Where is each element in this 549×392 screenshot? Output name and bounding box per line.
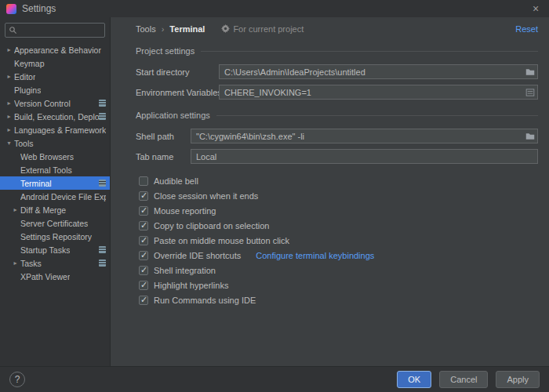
sidebar-item-languages-frameworks[interactable]: ▸Languages & Frameworks [0,123,110,136]
chevron-right-icon[interactable]: ▸ [11,206,20,213]
sidebar-item-label: External Tools [20,165,72,175]
field-environment-variables: Environment Variables [136,85,538,100]
intellij-logo-icon [6,4,16,14]
folder-icon[interactable] [525,67,535,77]
checkbox-row-shell-integration[interactable]: Shell integration [139,263,538,278]
sidebar-item-external-tools[interactable]: External Tools [0,163,110,176]
chevron-right-icon[interactable]: ▸ [5,100,13,107]
project-scope-icon [99,100,106,107]
gear-icon [221,24,230,33]
checkbox-label: Copy to clipboard on selection [154,221,269,230]
sidebar-item-appearance-behavior[interactable]: ▸Appearance & Behavior [0,43,110,56]
checkbox-label: Audible bell [154,176,198,186]
checkbox-row-audible-bell[interactable]: Audible bell [139,173,538,188]
sidebar-item-label: Keymap [14,59,45,68]
settings-dialog: Settings × ▸Appearance & Behavior Keymap… [0,0,549,392]
reset-link[interactable]: Reset [515,24,538,34]
sidebar-item-version-control[interactable]: ▸Version Control [0,96,110,110]
help-button[interactable]: ? [9,372,25,387]
checkbox-row-close-session[interactable]: Close session when it ends [139,188,538,203]
checkbox-row-mouse-reporting[interactable]: Mouse reporting [139,203,538,218]
settings-search-box[interactable] [5,23,105,38]
apply-button[interactable]: Apply [496,371,540,388]
sidebar-item-label: Server Certificates [20,219,88,228]
configure-terminal-keybindings-link[interactable]: Configure terminal keybindings [256,251,374,260]
sidebar-item-startup-tasks[interactable]: Startup Tasks [0,243,110,256]
folder-icon[interactable] [525,131,535,141]
ok-button[interactable]: OK [397,371,431,388]
chevron-down-icon[interactable]: ▾ [5,140,13,147]
field-label: Environment Variables [136,88,219,97]
checkbox-label: Shell integration [154,266,216,275]
sidebar-item-label: Tools [14,139,34,148]
sidebar-item-plugins[interactable]: Plugins [0,83,110,96]
sidebar-item-web-browsers[interactable]: Web Browsers [0,150,110,163]
run-commands-using-ide-checkbox[interactable] [139,296,148,305]
chevron-right-icon[interactable]: ▸ [5,126,13,133]
section-title: Project settings [136,46,195,56]
checkbox-row-highlight-hyperlinks[interactable]: Highlight hyperlinks [139,278,538,292]
titlebar: Settings × [0,0,549,17]
sidebar-item-label: Tasks [20,259,42,268]
sidebar-item-label: Settings Repository [20,232,92,241]
window-title: Settings [22,3,56,14]
checkbox-row-run-commands-using-ide[interactable]: Run Commands using IDE [139,292,538,307]
chevron-right-icon[interactable]: ▸ [5,73,13,80]
section-title: Application settings [136,111,210,120]
checkbox-label: Paste on middle mouse button click [154,236,289,245]
sidebar-item-server-certificates[interactable]: Server Certificates [0,216,110,230]
sidebar-item-build-execution-deployment[interactable]: ▸Build, Execution, Deployment [0,110,110,123]
project-scope-icon [99,246,106,253]
search-icon [9,26,17,34]
environment-variables-input[interactable] [219,85,538,100]
highlight-hyperlinks-checkbox[interactable] [139,281,148,290]
checkbox-row-override-ide-shortcuts[interactable]: Override IDE shortcuts Configure termina… [139,248,538,263]
chevron-right-icon[interactable]: ▸ [11,260,20,267]
tab-name-input[interactable] [191,149,538,164]
sidebar-item-editor[interactable]: ▸Editor [0,70,110,83]
section-application-settings: Application settings [136,111,538,120]
sidebar-item-label: Languages & Frameworks [14,125,106,135]
start-directory-input[interactable] [219,64,538,79]
terminal-settings-panel: Project settings Start directory Environ… [111,38,549,366]
shell-integration-checkbox[interactable] [139,266,148,275]
checkbox-label: Highlight hyperlinks [154,281,228,290]
breadcrumb-terminal: Terminal [169,24,205,34]
chevron-right-icon[interactable]: ▸ [5,113,13,120]
sidebar-item-label: Web Browsers [20,152,74,162]
checkbox-label: Run Commands using IDE [154,296,256,305]
checkbox-label: Override IDE shortcuts [154,251,241,260]
field-tab-name: Tab name [136,149,538,164]
sidebar-item-android-device-file-explorer[interactable]: Android Device File Explorer [0,190,110,203]
sidebar-item-settings-repository[interactable]: Settings Repository [0,230,110,243]
settings-search-input[interactable] [20,26,101,35]
close-icon[interactable]: × [529,2,543,16]
mouse-reporting-checkbox[interactable] [139,206,148,216]
field-start-directory: Start directory [136,64,538,79]
sidebar-item-terminal[interactable]: Terminal [0,176,110,190]
cancel-button[interactable]: Cancel [439,371,488,388]
sidebar-item-tasks[interactable]: ▸Tasks [0,256,110,270]
sidebar-item-xpath-viewer[interactable]: XPath Viewer [0,270,110,283]
sidebar-item-diff-merge[interactable]: ▸Diff & Merge [0,203,110,216]
checkbox-row-paste-middle-mouse[interactable]: Paste on middle mouse button click [139,233,538,248]
sidebar-item-label: Startup Tasks [20,245,70,255]
sidebar-item-keymap[interactable]: Keymap [0,56,110,70]
shell-path-input[interactable] [191,129,538,143]
sidebar-item-label: XPath Viewer [20,272,70,281]
sidebar-item-label: Editor [14,72,35,82]
paste-middle-mouse-checkbox[interactable] [139,236,148,245]
sidebar-item-tools[interactable]: ▾Tools [0,136,110,150]
checkbox-row-copy-to-clipboard[interactable]: Copy to clipboard on selection [139,218,538,233]
breadcrumb-tools[interactable]: Tools [136,24,156,34]
audible-bell-checkbox[interactable] [139,176,148,186]
list-editor-icon[interactable] [525,87,535,97]
section-project-settings: Project settings [136,46,538,56]
scope-note-label: For current project [233,24,304,34]
copy-to-clipboard-checkbox[interactable] [139,221,148,230]
project-scope-icon [99,113,106,120]
chevron-right-icon[interactable]: ▸ [5,46,13,53]
close-session-checkbox[interactable] [139,191,148,201]
sidebar-item-label: Diff & Merge [20,205,66,215]
override-ide-shortcuts-checkbox[interactable] [139,251,148,260]
